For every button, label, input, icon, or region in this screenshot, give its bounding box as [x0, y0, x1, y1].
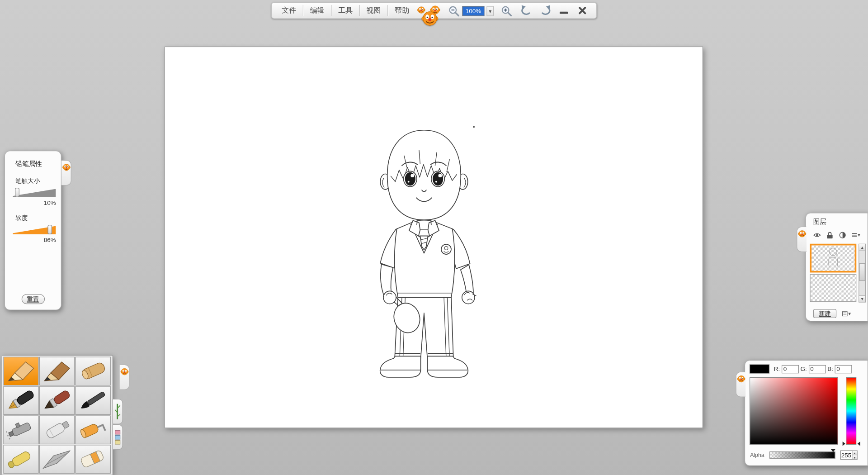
stickers-icon	[114, 427, 121, 447]
layer-scrollbar[interactable]: ▲ ▼	[859, 244, 866, 303]
tool-palette-knife[interactable]	[39, 445, 75, 474]
eraser-icon	[77, 447, 108, 471]
tool-palette-handle[interactable]	[119, 365, 129, 390]
scroll-down-icon[interactable]: ▼	[859, 295, 865, 302]
zoom-level-field[interactable]: 100%	[462, 6, 484, 16]
tool-palette	[2, 355, 113, 475]
layer-lock-icon[interactable]	[826, 231, 835, 239]
hue-slider[interactable]	[846, 377, 856, 445]
menu-view[interactable]: 视图	[360, 5, 387, 15]
layers-panel: 图层 ▾	[806, 213, 868, 321]
clown-icon	[797, 229, 807, 238]
menu-edit[interactable]: 编辑	[303, 5, 331, 15]
tool-grid	[3, 357, 111, 474]
close-icon[interactable]	[577, 5, 587, 15]
blue-input[interactable]	[835, 365, 852, 373]
current-color-swatch	[750, 365, 769, 374]
layer-opacity-icon[interactable]	[839, 231, 848, 239]
wooden-pencil-icon	[42, 359, 73, 383]
zoom-out-icon[interactable]	[448, 5, 460, 17]
dropdown-icon: ▾	[858, 232, 860, 238]
layer-item[interactable]	[810, 274, 856, 302]
app-window: 文件 编辑 工具 视图 帮助 100% ▾	[0, 0, 868, 475]
alpha-slider[interactable]	[769, 451, 835, 459]
menu-tools[interactable]: 工具	[331, 5, 359, 15]
boy-drawing	[165, 47, 703, 429]
softness-label: 软度	[15, 214, 61, 222]
softness-thumb[interactable]	[47, 225, 52, 234]
brush-size-slider[interactable]	[13, 189, 56, 197]
spinner-up-icon[interactable]: ▲	[853, 451, 857, 456]
saturation-value-field[interactable]	[750, 377, 838, 445]
tool-eraser[interactable]	[75, 445, 111, 474]
color-panel-handle[interactable]	[736, 372, 745, 397]
pencil-icon	[5, 359, 37, 383]
tool-crayon[interactable]	[75, 357, 111, 386]
zoom-in-icon[interactable]	[500, 5, 513, 17]
softness-slider[interactable]	[13, 226, 56, 234]
menu-bar: 文件 编辑 工具 视图 帮助	[275, 3, 416, 18]
tool-airbrush[interactable]	[3, 415, 38, 444]
ink-brush-icon	[77, 388, 108, 413]
tool-paint-brush[interactable]	[39, 386, 75, 415]
tool-pencil[interactable]	[3, 357, 38, 386]
zoom-dropdown-icon[interactable]: ▾	[486, 6, 494, 16]
brush-size-thumb[interactable]	[15, 188, 19, 197]
bamboo-tab[interactable]	[113, 399, 123, 424]
layers-footer: 新建 ▾	[813, 309, 851, 318]
bamboo-icon	[114, 402, 121, 422]
tool-wooden-pencil[interactable]	[39, 357, 75, 386]
brush-size-value: 10%	[13, 200, 56, 206]
menu-file[interactable]: 文件	[275, 5, 303, 15]
clown-icon	[120, 367, 129, 376]
palette-knife-icon	[42, 447, 73, 471]
pencil-panel-handle[interactable]	[61, 160, 71, 185]
redo-icon[interactable]	[540, 5, 552, 17]
layers-toolbar: ▾	[813, 231, 868, 239]
clown-mascot-icon[interactable]	[421, 10, 439, 28]
alpha-marker-icon	[831, 449, 835, 452]
alpha-spinner: ▲ ▼	[852, 451, 857, 459]
green-input[interactable]	[809, 365, 826, 373]
dropdown-icon: ▾	[848, 311, 851, 316]
layer-list: ▲ ▼	[810, 244, 866, 304]
tool-ink-brush[interactable]	[75, 386, 111, 415]
layers-panel-handle[interactable]	[797, 227, 807, 252]
hue-marker-icon	[858, 442, 860, 446]
crayon-icon	[77, 359, 108, 383]
pencil-panel-title: 铅笔属性	[15, 160, 61, 169]
new-layer-button[interactable]: 新建	[813, 309, 836, 318]
mascot-group	[417, 3, 452, 19]
spinner-down-icon[interactable]: ▼	[853, 456, 857, 460]
tool-paint-bottle[interactable]	[39, 415, 75, 444]
layer-thumbnail-sketch	[811, 245, 854, 270]
tool-fountain-pen[interactable]	[3, 386, 38, 415]
paint-brush-icon	[42, 388, 73, 413]
layer-visibility-icon[interactable]	[813, 231, 822, 239]
alpha-value-field[interactable]: 255 ▲ ▼	[840, 451, 858, 460]
tool-roller[interactable]	[75, 415, 111, 444]
layer-menu-icon[interactable]: ▾	[851, 231, 860, 239]
scrollbar-track[interactable]	[859, 251, 865, 295]
tool-marker[interactable]	[3, 445, 38, 474]
pencil-properties-panel: 铅笔属性 笔触大小 10% 软度 86% 重置	[5, 151, 61, 310]
alpha-value: 255	[841, 451, 852, 459]
menu-help[interactable]: 帮助	[388, 5, 415, 15]
clown-icon	[62, 163, 71, 172]
scrollbar-thumb[interactable]	[859, 263, 865, 281]
layer-item[interactable]	[810, 244, 856, 273]
rgb-row: R: G: B:	[750, 365, 852, 374]
green-label: G:	[801, 366, 807, 372]
roller-icon	[77, 418, 108, 442]
red-input[interactable]	[782, 365, 799, 373]
top-toolbar: 文件 编辑 工具 视图 帮助 100% ▾	[271, 2, 597, 19]
reset-button[interactable]: 重置	[21, 294, 44, 304]
scroll-up-icon[interactable]: ▲	[859, 244, 865, 251]
layer-options-icon[interactable]: ▾	[842, 309, 851, 317]
drawing-canvas[interactable]	[165, 47, 703, 428]
red-label: R:	[774, 366, 780, 372]
clown-icon	[736, 375, 745, 384]
minimize-icon[interactable]	[560, 12, 568, 14]
undo-icon[interactable]	[520, 5, 532, 17]
stickers-tab[interactable]	[113, 424, 123, 450]
